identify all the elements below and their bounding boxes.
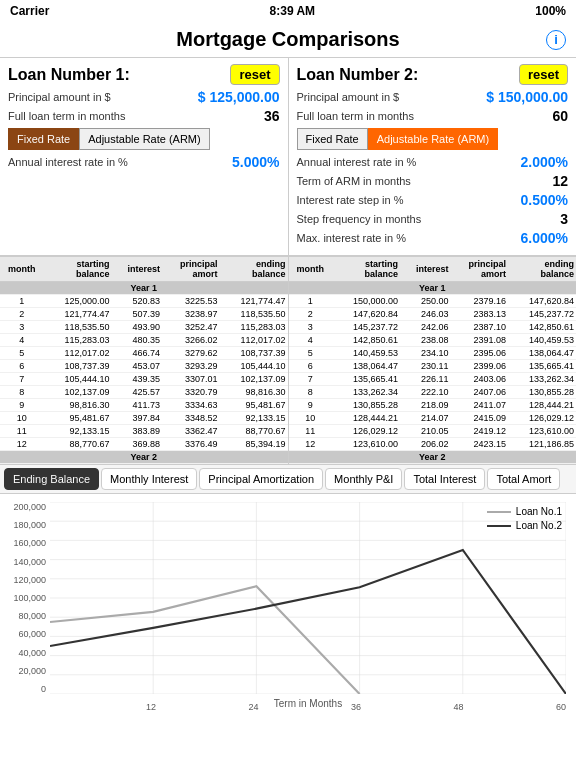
loan2-arm-term-label: Term of ARM in months (297, 175, 411, 187)
table-row: 4142,850.61238.082391.08140,459.53 (289, 334, 577, 347)
loan2-step-freq-value: 3 (560, 211, 568, 227)
col-month-1: month (0, 257, 44, 282)
loan2-rate-step-label: Interest rate step in % (297, 194, 404, 206)
loan2-column: Loan Number 2: reset Principal amount in… (289, 58, 577, 255)
time: 8:39 AM (270, 4, 316, 18)
table-row: 3118,535.50493.903252.47115,283.03 (0, 321, 288, 334)
table-row: 1095,481.67397.843348.5292,133.15 (0, 412, 288, 425)
loan1-principal-label: Principal amount in $ (8, 91, 111, 103)
page-title: Mortgage Comparisons i (0, 22, 576, 58)
table-row: 9130,855.28218.092411.07128,444.21 (289, 399, 577, 412)
loan2-reset-button[interactable]: reset (519, 64, 568, 85)
loan1-fixed-tab[interactable]: Fixed Rate (8, 128, 79, 150)
loan1-reset-button[interactable]: reset (230, 64, 279, 85)
loan1-column: Loan Number 1: reset Principal amount in… (0, 58, 289, 255)
loan2-rate-value: 2.000% (521, 154, 568, 170)
loan2-principal-label: Principal amount in $ (297, 91, 400, 103)
table-row: 8133,262.34222.102407.06130,855.28 (289, 386, 577, 399)
loan1-title: Loan Number 1: (8, 66, 130, 84)
loan1-table: month startingbalance interest principal… (0, 257, 288, 464)
table-row: 3145,237.72242.062387.10142,850.61 (289, 321, 577, 334)
chart-area: 200,000 180,000 160,000 140,000 120,000 … (0, 494, 576, 714)
legend-loan1-label: Loan No.1 (516, 506, 562, 517)
col-principal-1: principalamort (162, 257, 219, 282)
loan2-fixed-tab[interactable]: Fixed Rate (297, 128, 368, 150)
chart-tabs: Ending Balance Monthly Interest Principa… (0, 464, 576, 494)
loan2-table: month startingbalance interest principal… (289, 257, 577, 464)
table-row: 5140,459.53234.102395.06138,064.47 (289, 347, 577, 360)
table-row: 6108,737.39453.073293.29105,444.10 (0, 360, 288, 373)
loan1-principal-value: $ 125,000.00 (198, 89, 280, 105)
col-ending-2: endingbalance (508, 257, 576, 282)
loan1-rate-label: Annual interest rate in % (8, 156, 128, 168)
table-row: 12123,610.00206.022423.15121,186.85 (289, 438, 577, 451)
chart-tab-ending-balance[interactable]: Ending Balance (4, 468, 99, 490)
table-row: 7135,665.41226.112403.06133,262.34 (289, 373, 577, 386)
info-icon[interactable]: i (546, 30, 566, 50)
col-starting-1: startingbalance (44, 257, 112, 282)
table-row: 10128,444.21214.072415.09126,029.12 (289, 412, 577, 425)
loan2-max-rate-label: Max. interest rate in % (297, 232, 406, 244)
table-row: 1150,000.00250.002379.16147,620.84 (289, 295, 577, 308)
table-row: 998,816.30411.733334.6395,481.67 (0, 399, 288, 412)
table-row: 11126,029.12210.052419.12123,610.00 (289, 425, 577, 438)
loan2-principal-value: $ 150,000.00 (486, 89, 568, 105)
table-row: 5112,017.02466.743279.62108,737.39 (0, 347, 288, 360)
loan1-term-value: 36 (264, 108, 280, 124)
status-bar: Carrier 8:39 AM 100% (0, 0, 576, 22)
loan1-rate-value: 5.000% (232, 154, 279, 170)
chart-tab-monthly-interest[interactable]: Monthly Interest (101, 468, 197, 490)
legend-loan2-label: Loan No.2 (516, 520, 562, 531)
loan1-arm-tab[interactable]: Adjustable Rate (ARM) (79, 128, 210, 150)
chart-tab-total-amort[interactable]: Total Amort (487, 468, 560, 490)
col-interest-2: interest (400, 257, 451, 282)
table-row: 8102,137.09425.573320.7998,816.30 (0, 386, 288, 399)
chart-tab-total-interest[interactable]: Total Interest (404, 468, 485, 490)
loan2-arm-tab[interactable]: Adjustable Rate (ARM) (368, 128, 499, 150)
table-row: 1125,000.00520.833225.53121,774.47 (0, 295, 288, 308)
loan2-arm-term-value: 12 (552, 173, 568, 189)
table-row: 1288,770.67369.883376.4985,394.19 (0, 438, 288, 451)
chart-legend: Loan No.1 Loan No.2 (487, 506, 562, 534)
table-row: 2121,774.47507.393238.97118,535.50 (0, 308, 288, 321)
col-month-2: month (289, 257, 333, 282)
table-row: 1192,133.15383.893362.4788,770.67 (0, 425, 288, 438)
loan2-arm-fields: Annual interest rate in % 2.000% Term of… (297, 154, 569, 246)
chart-tab-principal-amort[interactable]: Principal Amortization (199, 468, 323, 490)
loan1-term-label: Full loan term in months (8, 110, 125, 122)
col-starting-2: startingbalance (332, 257, 400, 282)
x-axis: 12 24 36 48 60 (50, 702, 566, 712)
loan2-rate-label: Annual interest rate in % (297, 156, 417, 168)
loan2-max-rate-value: 6.000% (521, 230, 568, 246)
carrier: Carrier (10, 4, 49, 18)
table-row: 7105,444.10439.353307.01102,137.09 (0, 373, 288, 386)
loan2-rate-step-value: 0.500% (521, 192, 568, 208)
table-row: 6138,064.47230.112399.06135,665.41 (289, 360, 577, 373)
table-row: 2147,620.84246.032383.13145,237.72 (289, 308, 577, 321)
col-principal-2: principalamort (451, 257, 508, 282)
col-interest-1: interest (112, 257, 163, 282)
loan2-title: Loan Number 2: (297, 66, 419, 84)
legend-loan1-line (487, 511, 511, 513)
loan2-term-value: 60 (552, 108, 568, 124)
chart-tab-monthly-pni[interactable]: Monthly P&I (325, 468, 402, 490)
loan2-term-label: Full loan term in months (297, 110, 414, 122)
loan2-step-freq-label: Step frequency in months (297, 213, 422, 225)
col-ending-1: endingbalance (220, 257, 288, 282)
table-row: 4115,283.03480.353266.02112,017.02 (0, 334, 288, 347)
legend-loan2-line (487, 525, 511, 527)
loan2-tabs: Fixed Rate Adjustable Rate (ARM) (297, 128, 569, 150)
table2-col: month startingbalance interest principal… (289, 257, 577, 464)
loans-row: Loan Number 1: reset Principal amount in… (0, 58, 576, 256)
y-axis: 200,000 180,000 160,000 140,000 120,000 … (2, 502, 46, 694)
amortization-tables: month startingbalance interest principal… (0, 256, 576, 464)
loan1-tabs: Fixed Rate Adjustable Rate (ARM) (8, 128, 280, 150)
chart-container: 200,000 180,000 160,000 140,000 120,000 … (50, 502, 566, 694)
table1-col: month startingbalance interest principal… (0, 257, 289, 464)
battery: 100% (535, 4, 566, 18)
